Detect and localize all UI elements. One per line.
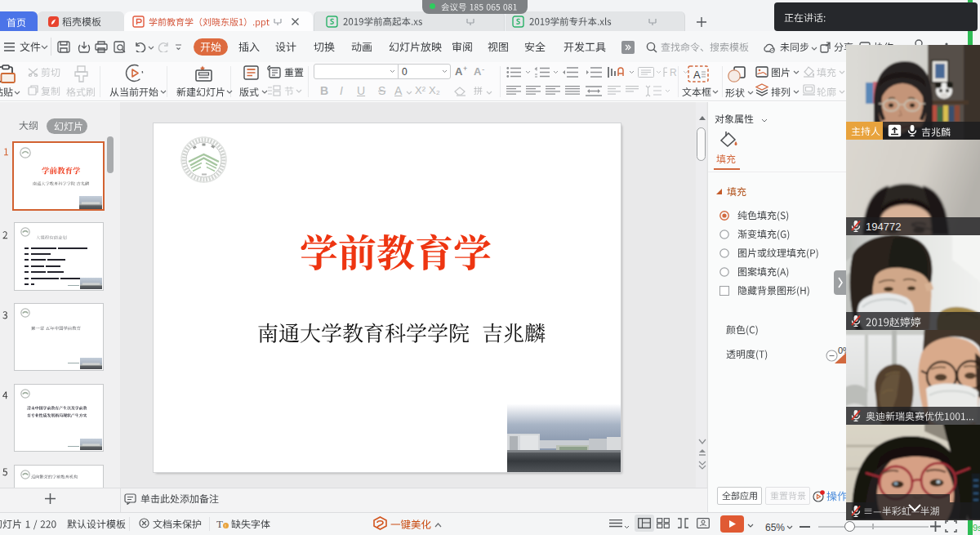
svg-text:A: A bbox=[693, 69, 701, 81]
svg-text:R: R bbox=[670, 67, 677, 78]
svg-text:T: T bbox=[216, 518, 223, 529]
